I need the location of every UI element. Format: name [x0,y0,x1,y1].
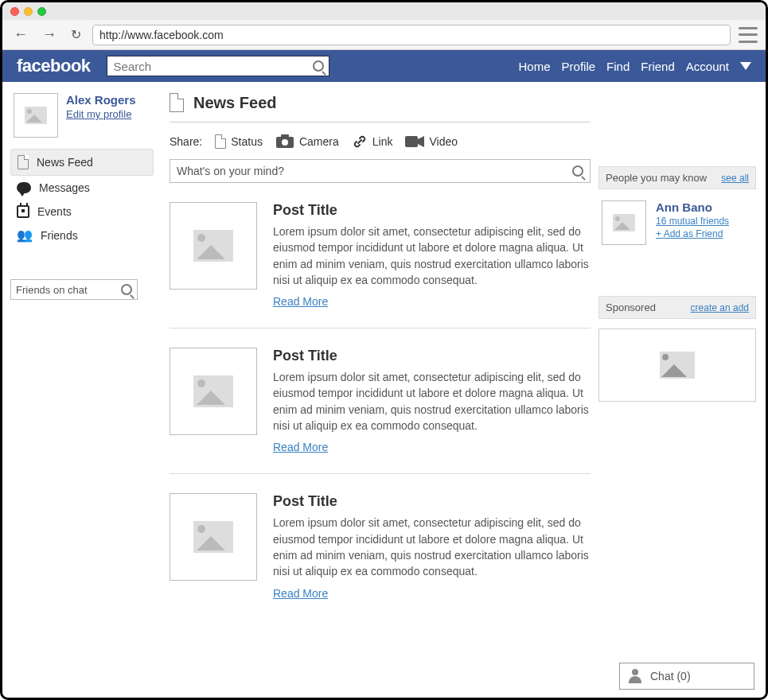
minimize-window-button[interactable] [24,7,33,16]
post-thumb[interactable] [170,202,257,290]
image-placeholder-icon [25,107,47,124]
share-row: Share: Status Camera Link Video [170,122,591,156]
search-field[interactable] [112,58,313,75]
feed-post: Post Title Lorem ipsum dolor sit amet, c… [170,474,591,619]
image-placeholder-icon [193,521,233,553]
feed-post: Post Title Lorem ipsum dolor sit amet, c… [170,329,591,474]
mutual-friends-link[interactable]: 16 mutual friends [656,216,729,227]
image-placeholder-icon [613,214,635,231]
url-bar[interactable]: http://www.facebook.com [92,25,731,45]
sidenav-news-feed[interactable]: News Feed [10,149,154,176]
nav-profile[interactable]: Profile [562,60,596,73]
sponsored-header: Sponsored create an add [598,296,756,319]
maximize-window-button[interactable] [37,7,46,16]
share-option-label: Camera [299,135,339,148]
share-option-label: Link [372,135,393,148]
sidenav-events[interactable]: Events [10,200,154,224]
svg-rect-3 [405,136,418,147]
chat-label: Chat (0) [650,670,691,682]
calendar-icon [17,205,29,218]
document-icon [170,93,184,112]
status-input[interactable]: What's on your mind? [170,159,591,183]
add-friend-link[interactable]: + Add as Friend [656,228,729,239]
right-sidebar: People you may know see all Ann Bano 16 … [598,82,766,695]
post-body: Post Title Lorem ipsum dolor sit amet, c… [273,348,591,454]
feed-post: Post Title Lorem ipsum dolor sit amet, c… [170,183,591,329]
suggestion-name[interactable]: Ann Bano [656,200,729,214]
sidenav-label: Events [37,205,72,218]
post-text: Lorem ipsum dolor sit amet, consectetur … [273,515,591,579]
share-option-label: Status [231,135,263,148]
left-sidebar: Alex Rogers Edit my profile News Feed Me… [2,82,162,695]
post-thumb[interactable] [170,493,257,581]
page-title: News Feed [193,94,276,112]
image-placeholder-icon [193,230,233,262]
search-input[interactable] [107,56,329,76]
read-more-link[interactable]: Read More [273,295,328,308]
nav-home[interactable]: Home [519,60,551,73]
back-button[interactable]: ← [10,26,31,43]
content-area: Alex Rogers Edit my profile News Feed Me… [2,82,766,695]
read-more-link[interactable]: Read More [273,441,328,453]
person-icon [628,669,642,683]
create-ad-link[interactable]: create an add [691,302,749,313]
nav-find[interactable]: Find [606,60,630,73]
profile-block: Alex Rogers Edit my profile [10,93,154,138]
messages-icon [17,182,31,193]
search-icon[interactable] [572,165,583,177]
menu-icon[interactable] [739,27,758,43]
post-title: Post Title [273,202,591,219]
friends-chat-search[interactable]: Friends on chat [10,279,138,300]
svg-rect-1 [281,134,289,138]
account-dropdown-icon[interactable] [740,62,751,70]
share-status[interactable]: Status [215,134,263,149]
friend-suggestion: Ann Bano 16 mutual friends + Add as Frie… [598,189,756,256]
share-camera[interactable]: Camera [275,134,339,149]
post-thumb[interactable] [170,348,257,435]
search-icon[interactable] [121,284,132,295]
search-icon[interactable] [313,60,324,72]
post-body: Post Title Lorem ipsum dolor sit amet, c… [273,202,591,309]
window-titlebar [2,2,766,20]
see-all-link[interactable]: see all [721,173,749,184]
pymk-header: People you may know see all [598,166,756,189]
document-icon [215,134,226,149]
share-label: Share: [170,135,202,148]
profile-thumb[interactable] [14,93,58,138]
chat-bar[interactable]: Chat (0) [619,663,754,690]
share-link[interactable]: Link [352,134,393,150]
nav-account[interactable]: Account [686,60,729,73]
forward-button[interactable]: → [39,26,60,43]
chat-search-placeholder: Friends on chat [16,284,121,296]
camera-icon [275,134,294,149]
edit-profile-link[interactable]: Edit my profile [66,108,131,120]
image-placeholder-icon [660,352,695,379]
post-title: Post Title [273,493,591,510]
sidenav-label: News Feed [37,156,93,169]
feed-header: News Feed [170,93,591,122]
share-video[interactable]: Video [405,135,458,148]
sidenav-label: Friends [41,229,78,242]
sidenav-friends[interactable]: 👥Friends [10,224,154,247]
app-topbar: facebook Home Profile Find Friend Accoun… [2,50,766,82]
post-text: Lorem ipsum dolor sit amet, consectetur … [273,369,591,434]
nav-friend[interactable]: Friend [641,60,675,73]
profile-name[interactable]: Alex Rogers [66,93,136,107]
sidenav-label: Messages [39,181,90,194]
read-more-link[interactable]: Read More [273,587,328,600]
sponsored-title: Sponsored [606,301,656,313]
top-nav: Home Profile Find Friend Account [519,60,751,73]
browser-window: ← → ↻ http://www.facebook.com facebook H… [0,0,768,700]
status-placeholder: What's on your mind? [177,165,572,177]
sidenav-messages[interactable]: Messages [10,176,154,200]
reload-button[interactable]: ↻ [68,27,84,42]
ad-placeholder[interactable] [598,329,756,402]
logo[interactable]: facebook [17,56,91,76]
friends-icon: 👥 [17,229,33,242]
post-text: Lorem ipsum dolor sit amet, consectetur … [273,224,591,288]
close-window-button[interactable] [10,7,19,16]
browser-toolbar: ← → ↻ http://www.facebook.com [2,20,766,50]
share-option-label: Video [429,135,458,148]
suggestion-thumb[interactable] [602,200,646,245]
post-body: Post Title Lorem ipsum dolor sit amet, c… [273,493,591,600]
